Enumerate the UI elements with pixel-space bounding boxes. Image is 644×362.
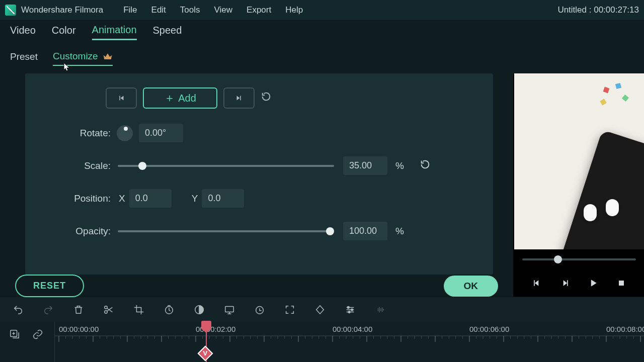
panel-actions: RESET OK <box>0 275 513 297</box>
preview-pane <box>513 73 644 297</box>
position-y-input[interactable] <box>202 189 244 208</box>
preview-earbuds-icon <box>584 199 619 234</box>
undo-icon <box>13 304 24 315</box>
menu-export[interactable]: Export <box>247 5 271 15</box>
subtab-customize[interactable]: Customize <box>53 51 113 66</box>
prev-keyframe-button[interactable] <box>106 87 137 109</box>
scale-unit: % <box>395 160 409 171</box>
menu-tools[interactable]: Tools <box>180 5 200 15</box>
position-x-input[interactable] <box>129 189 172 208</box>
position-y-label: Y <box>192 193 198 204</box>
preview-decor-icon <box>599 83 634 109</box>
svg-point-1 <box>105 306 108 309</box>
trash-icon <box>73 304 84 315</box>
timeline[interactable]: 00:00:00:0000:00:02:0000:00:04:0000:00:0… <box>0 322 644 362</box>
timer-icon <box>254 304 265 315</box>
redo-button[interactable] <box>42 304 54 316</box>
reset-keyframes-button[interactable] <box>261 91 276 105</box>
contrast-circle-icon <box>194 304 205 315</box>
crop-icon <box>133 304 144 315</box>
svg-rect-5 <box>225 306 234 312</box>
subtab-preset[interactable]: Preset <box>10 51 38 65</box>
svg-rect-0 <box>619 281 624 286</box>
keyframe-marker-button[interactable] <box>314 304 326 316</box>
preview-zoom-slider[interactable] <box>522 258 636 260</box>
diamond-icon <box>314 304 326 315</box>
animation-properties-panel: ＋Add Rotate: Scale: % <box>25 73 493 275</box>
timeline-playhead[interactable]: V <box>206 322 207 362</box>
svg-point-7 <box>348 306 350 308</box>
menu-view[interactable]: View <box>214 5 233 15</box>
rotate-value-input[interactable] <box>139 124 183 142</box>
menu-edit[interactable]: Edit <box>151 5 166 15</box>
menu-file[interactable]: File <box>123 5 137 15</box>
position-x-label: X <box>119 193 125 204</box>
delete-button[interactable] <box>72 304 85 316</box>
preview-viewport[interactable] <box>514 73 644 249</box>
ok-button[interactable]: OK <box>444 276 499 297</box>
rotate-row: Rotate: <box>55 124 463 142</box>
scale-reset-button[interactable] <box>420 159 431 173</box>
tab-animation[interactable]: Animation <box>92 24 137 40</box>
duration-button[interactable] <box>254 304 266 316</box>
reset-icon <box>420 159 431 170</box>
time-mark-label: 00:00:00:00 <box>59 325 99 333</box>
stop-button[interactable] <box>616 278 627 289</box>
step-back-icon <box>532 278 542 288</box>
play-button[interactable] <box>588 278 599 289</box>
crop-zoom-button[interactable] <box>284 304 296 316</box>
expand-icon <box>284 304 295 315</box>
app-name: Wondershare Filmora <box>21 5 103 15</box>
playback-controls <box>514 269 644 297</box>
undo-button[interactable] <box>12 304 24 316</box>
step-fwd-button[interactable] <box>559 278 571 289</box>
position-row: Position: X Y <box>55 189 463 208</box>
position-label: Position: <box>55 193 111 204</box>
svg-point-8 <box>351 309 353 311</box>
time-mark-label: 00:00:06:00 <box>469 325 509 333</box>
add-keyframe-button[interactable]: ＋Add <box>143 87 217 109</box>
audio-beat-button[interactable] <box>374 304 386 316</box>
green-screen-button[interactable] <box>223 304 235 316</box>
reset-button[interactable]: RESET <box>15 275 84 297</box>
speed-button[interactable] <box>163 304 175 316</box>
opacity-slider[interactable] <box>118 230 334 232</box>
opacity-label: Opacity: <box>55 226 111 237</box>
svg-point-2 <box>105 310 108 313</box>
add-track-button[interactable] <box>9 329 20 342</box>
tab-color[interactable]: Color <box>52 25 76 39</box>
play-icon <box>588 278 598 288</box>
scissors-icon <box>103 304 114 315</box>
redo-icon <box>43 304 54 315</box>
menu-help[interactable]: Help <box>285 5 303 15</box>
reset-icon <box>261 91 272 102</box>
timeline-toolbar <box>0 297 644 322</box>
timeline-ruler[interactable]: 00:00:00:0000:00:02:0000:00:04:0000:00:0… <box>54 322 644 362</box>
skip-next-icon <box>234 94 244 103</box>
title-bar: Wondershare Filmora File Edit Tools View… <box>0 0 644 20</box>
split-button[interactable] <box>103 304 115 316</box>
color-match-button[interactable] <box>193 304 205 316</box>
rotate-knob[interactable] <box>117 125 133 141</box>
scale-row: Scale: % <box>55 156 463 175</box>
tab-speed[interactable]: Speed <box>153 25 182 39</box>
time-mark-label: 00:00:04:00 <box>333 325 372 333</box>
tab-video[interactable]: Video <box>10 25 36 39</box>
link-button[interactable] <box>32 329 43 342</box>
scale-value-input[interactable] <box>343 156 387 175</box>
keyframe-controls: ＋Add <box>106 87 463 109</box>
step-back-button[interactable] <box>531 278 542 289</box>
clock-icon <box>164 304 175 315</box>
next-keyframe-button[interactable] <box>223 87 255 109</box>
add-track-icon <box>9 329 20 340</box>
scale-slider[interactable] <box>118 165 334 167</box>
timeline-left-tools <box>0 322 54 362</box>
premium-crown-icon <box>103 52 113 62</box>
property-tabs: Video Color Animation Speed <box>0 20 644 43</box>
crop-button[interactable] <box>133 304 145 316</box>
opacity-value-input[interactable] <box>343 222 387 240</box>
screen-icon <box>224 304 235 315</box>
adjust-button[interactable] <box>344 304 356 316</box>
plus-icon: ＋ <box>164 90 175 106</box>
opacity-unit: % <box>395 226 409 237</box>
